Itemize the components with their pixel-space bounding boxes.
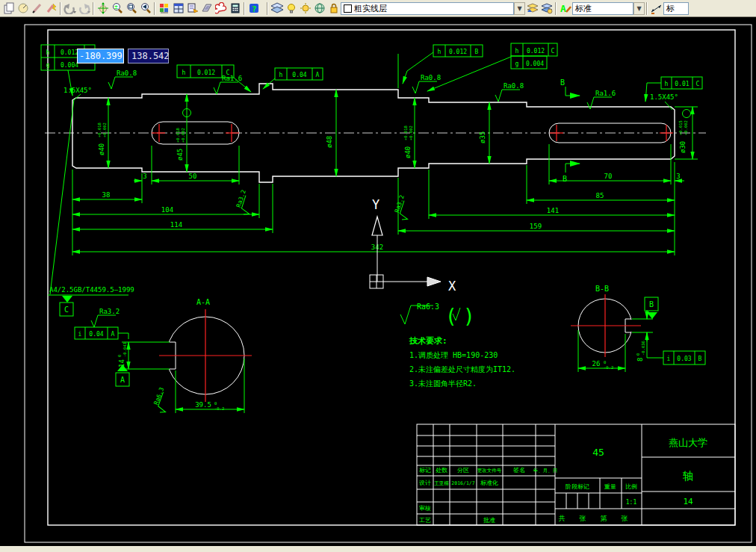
svg-text:ø35: ø35	[479, 131, 486, 143]
svg-text:0.04: 0.04	[292, 72, 306, 78]
layer-states-icon[interactable]	[539, 1, 554, 16]
svg-text:+0.018: +0.018	[176, 128, 180, 143]
dim-style-icon[interactable]	[649, 1, 663, 16]
layer-color-swatch	[344, 4, 352, 13]
undo-icon[interactable]	[63, 1, 77, 16]
ucs-x-label: X	[448, 279, 456, 294]
dim-85: 85	[596, 192, 604, 199]
svg-text:-0.043: -0.043	[123, 342, 127, 357]
tb-qianming: 签名	[513, 467, 525, 474]
dim-141: 141	[547, 207, 559, 214]
globe-icon[interactable]	[312, 1, 326, 16]
text-style-arrow[interactable]: ▼	[633, 2, 645, 15]
tb-di: 第	[601, 515, 607, 522]
dim-3-right: 3	[676, 173, 680, 180]
svg-text:B: B	[475, 49, 479, 55]
layer-dropdown[interactable]: 粗实线层 ▼	[341, 1, 525, 15]
svg-text:+0.002: +0.002	[684, 120, 688, 135]
svg-text:+0.015: +0.015	[678, 120, 683, 135]
svg-text:A: A	[111, 331, 115, 338]
grid-window-icon[interactable]	[171, 1, 185, 16]
svg-text:0.04: 0.04	[89, 331, 103, 338]
dim-style-dropdown[interactable]: 标	[663, 1, 689, 15]
tb-zhang1: 张	[580, 515, 586, 522]
sheet-3d-icon[interactable]	[199, 1, 214, 16]
chamfer-left-label: 1.5X45°	[63, 87, 92, 94]
tb-sheji: 设计	[419, 480, 431, 486]
text-style-icon[interactable]: A	[558, 1, 572, 16]
layers-stack-icon[interactable]	[270, 1, 284, 16]
pencil-flash-icon[interactable]	[44, 1, 58, 16]
pencil-icon[interactable]	[30, 1, 44, 16]
svg-text:ø40: ø40	[98, 143, 105, 155]
svg-text:Ra3.2: Ra3.2	[394, 194, 406, 214]
shaft-main-view	[45, 84, 706, 182]
circle-tool-icon[interactable]	[16, 1, 30, 16]
help-icon[interactable]: ?	[247, 1, 261, 16]
layer-previous-icon[interactable]	[525, 1, 539, 16]
svg-text:A: A	[316, 72, 320, 78]
revision-cloud-icon[interactable]	[214, 1, 228, 16]
svg-text:+0.018: +0.018	[97, 123, 102, 137]
svg-text:+0.002: +0.002	[102, 123, 107, 137]
svg-text:0.01: 0.01	[675, 81, 689, 87]
section-a-view: A-A A4/2.5GB/T4459.5—1999 C Ra3.2 i 0.04…	[48, 286, 252, 414]
dim-dia-45: ø45 +0.018+0.002	[176, 94, 191, 172]
palette-icon[interactable]	[157, 1, 171, 16]
section-b-view: B-B B 8 0-0.036	[571, 285, 705, 372]
drawing-canvas[interactable]: ø40 +0.018+0.002 ø45 +0.018+0.002 ø48 ø4…	[0, 17, 756, 546]
sheet-frame	[25, 25, 752, 542]
roughness-fillet-right: Ra3.2	[392, 194, 415, 221]
tb-part-name: 轴	[682, 470, 693, 482]
ucs-y-arrow	[372, 217, 382, 235]
paren-open: (	[445, 305, 457, 327]
svg-text:Ra0.8: Ra0.8	[504, 82, 524, 90]
layout-arrow-icon[interactable]	[185, 1, 199, 16]
tb-genggai: 更改文件号	[477, 468, 502, 474]
tb-gong: 共	[559, 515, 566, 522]
zoom-window-icon[interactable]	[124, 1, 138, 16]
zoom-previous-icon[interactable]	[138, 1, 152, 16]
svg-text:C: C	[551, 48, 555, 55]
sun-icon[interactable]	[298, 1, 312, 16]
svg-text:26: 26	[592, 360, 601, 368]
layer-dropdown-arrow[interactable]: ▼	[514, 2, 525, 15]
svg-text:A: A	[560, 3, 566, 14]
cad-window: ± ? 粗实线层 ▼ A 标准 ▼	[0, 0, 756, 552]
svg-text:+0.018: +0.018	[403, 125, 408, 140]
dynamic-input-y[interactable]: 138.542	[128, 49, 169, 63]
svg-text:?: ?	[252, 4, 257, 14]
svg-text:h: h	[515, 48, 519, 55]
tb-gongyi: 工艺	[419, 517, 431, 524]
bulb-icon[interactable]	[284, 1, 298, 16]
pan-hand-icon[interactable]	[96, 1, 110, 16]
svg-text:h: h	[438, 49, 441, 55]
text-style-dropdown[interactable]: 标准 ▼	[572, 1, 645, 15]
general-roughness-value: Ra6.3	[417, 303, 439, 311]
redo-icon[interactable]	[77, 1, 91, 16]
svg-text:Ra6.3: Ra6.3	[153, 386, 166, 406]
zoom-realtime-icon[interactable]: ±	[110, 1, 124, 16]
roughness-s1: Ra0.8	[108, 69, 137, 89]
status-strip	[0, 546, 756, 552]
section-marker-b-top: B	[560, 78, 565, 87]
dim-style-value: 标	[666, 3, 675, 14]
svg-text:Ra0.8: Ra0.8	[421, 74, 441, 81]
roughness-symbols: Ra0.8 Ra1.6 Ra0.8 Ra0.8 Ra1.6 Ra3.2 Ra3.…	[108, 69, 616, 221]
fcf-collar: h 0.04 A	[263, 68, 323, 89]
tech-req-line2: 2.未注偏差处尺寸精度为IT12.	[409, 365, 515, 373]
dynamic-input-x[interactable]: -180.399	[77, 49, 124, 63]
svg-text:ø48: ø48	[326, 136, 333, 148]
copy-icon[interactable]	[1, 1, 16, 16]
calculator-icon[interactable]	[228, 1, 242, 16]
lock-icon[interactable]	[326, 1, 341, 16]
svg-text:8: 8	[636, 358, 644, 362]
svg-text:Ra0.8: Ra0.8	[117, 69, 137, 77]
dim-70: 70	[604, 173, 613, 180]
svg-text:ø30: ø30	[679, 141, 687, 153]
svg-text:Ra3.2: Ra3.2	[99, 308, 120, 315]
fcf-top-right: h 0.012 C g 0.004	[427, 43, 557, 91]
fcf-top-center: h 0.012 B	[398, 45, 483, 88]
title-block: 标记 处数 分区 更改文件号 签名 年、月、日 设计 王亚楠 2016/1/7 …	[417, 424, 735, 525]
svg-text:0: 0	[117, 355, 122, 357]
